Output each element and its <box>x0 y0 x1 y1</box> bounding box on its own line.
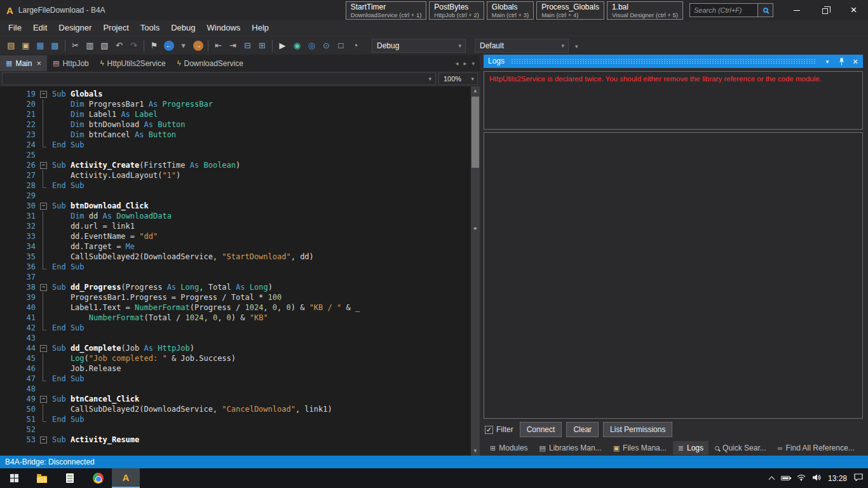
code-line[interactable]: 19Sub Globals <box>0 89 471 99</box>
menu-debug[interactable]: Debug <box>165 20 201 36</box>
code-line[interactable]: 31 Dim dd As DownloadData <box>0 211 471 221</box>
cut-icon[interactable]: ✂ <box>68 38 83 53</box>
line-number[interactable]: 52 <box>0 424 36 435</box>
back-history-dropdown-icon[interactable]: ▾ <box>176 38 191 53</box>
tab-list-dropdown-icon[interactable] <box>471 58 475 67</box>
redo-icon[interactable]: ↷ <box>126 38 141 53</box>
line-number[interactable]: 53 <box>0 435 36 445</box>
new-project-icon[interactable]: ▤ <box>4 38 18 53</box>
line-number[interactable]: 44 <box>0 343 36 353</box>
code-line[interactable]: 32 dd.url = link1 <box>0 221 471 231</box>
code-line[interactable]: 42End Sub <box>0 323 471 333</box>
scroll-tabs-right-icon[interactable] <box>463 58 466 67</box>
code-line[interactable]: 29 <box>0 191 471 201</box>
line-number[interactable]: 36 <box>0 262 36 272</box>
run-icon[interactable]: ▶ <box>275 38 290 53</box>
line-number[interactable]: 21 <box>0 109 36 119</box>
code-line[interactable]: 24End Sub <box>0 140 471 150</box>
menu-file[interactable]: File <box>3 20 27 36</box>
code-line[interactable]: 23 Dim btnCancel As Button <box>0 130 471 140</box>
scroll-up-icon[interactable] <box>471 86 480 95</box>
outdent-icon[interactable]: ⇤ <box>211 38 226 53</box>
line-number[interactable]: 22 <box>0 119 36 130</box>
code-line[interactable]: 21 Dim Label1 As Label <box>0 109 471 119</box>
open-project-icon[interactable]: ▣ <box>18 38 33 53</box>
scrollbar-track[interactable] <box>471 95 480 447</box>
hidden-icons-chevron-icon[interactable] <box>769 476 775 482</box>
line-number[interactable]: 47 <box>0 374 36 384</box>
code-line[interactable]: 38Sub dd_Progress(Progress As Long, Tota… <box>0 282 471 292</box>
uncomment-icon[interactable]: ⊞ <box>255 38 269 53</box>
line-number[interactable]: 34 <box>0 241 36 252</box>
menu-project[interactable]: Project <box>97 20 134 36</box>
line-number[interactable]: 33 <box>0 231 36 241</box>
fold-collapse-icon[interactable] <box>39 160 50 170</box>
line-number[interactable]: 29 <box>0 191 36 201</box>
clear-button[interactable]: Clear <box>566 422 599 437</box>
menu-edit[interactable]: Edit <box>27 20 53 36</box>
tab-main[interactable]: ▦Main <box>0 55 47 71</box>
filter-checkbox[interactable] <box>485 426 493 434</box>
search-button[interactable] <box>757 4 773 17</box>
fold-collapse-icon[interactable] <box>39 343 50 353</box>
editor-vertical-scrollbar[interactable] <box>471 86 480 456</box>
titlebar[interactable]: A LargeFileDownload - B4A StartTimerDown… <box>0 0 868 20</box>
code-line[interactable]: 34 dd.Target = Me <box>0 241 471 252</box>
wireless-bridge-icon[interactable]: ◎ <box>304 38 319 53</box>
line-number[interactable]: 31 <box>0 211 36 221</box>
stop-icon[interactable]: □ <box>334 38 348 53</box>
panel-tab-quick-search[interactable]: Quick Sear... <box>710 441 771 455</box>
line-number[interactable]: 49 <box>0 394 36 404</box>
close-panel-icon[interactable] <box>850 57 860 67</box>
line-number[interactable]: 41 <box>0 313 36 323</box>
build-config-dropdown[interactable]: Debug <box>372 39 466 53</box>
code-line[interactable]: 33 dd.EventName = "dd" <box>0 231 471 241</box>
line-number[interactable]: 23 <box>0 130 36 140</box>
line-number[interactable]: 24 <box>0 140 36 150</box>
navigate-back-icon[interactable]: ← <box>161 38 176 53</box>
code-line[interactable]: 53Sub Activity_Resume <box>0 435 471 445</box>
line-number[interactable]: 37 <box>0 272 36 282</box>
line-number[interactable]: 35 <box>0 252 36 262</box>
code-line[interactable]: 44Sub dd_Complete(Job As HttpJob) <box>0 343 471 353</box>
fold-collapse-icon[interactable] <box>39 89 50 99</box>
panel-tab-files-manager[interactable]: ▣Files Mana... <box>608 441 672 455</box>
line-number[interactable]: 51 <box>0 414 36 424</box>
quick-button-4[interactable]: Process_GlobalsMain (ctrl + 4) <box>536 1 604 20</box>
paste-icon[interactable]: ▧ <box>97 38 112 53</box>
code-line[interactable]: 36End Sub <box>0 262 471 272</box>
line-number[interactable]: 20 <box>0 99 36 109</box>
fold-collapse-icon[interactable] <box>39 201 50 211</box>
timer-icon[interactable]: ◔ <box>348 38 363 53</box>
window-position-icon[interactable] <box>822 57 832 67</box>
panel-tab-modules[interactable]: ⊞Modules <box>485 441 533 455</box>
tab-httpjob[interactable]: ▤HttpJob <box>47 55 95 71</box>
code-line[interactable]: 28End Sub <box>0 180 471 191</box>
line-number[interactable]: 27 <box>0 170 36 180</box>
menu-designer[interactable]: Designer <box>53 20 97 36</box>
code-line[interactable]: 39 ProgressBar1.Progress = Progress / To… <box>0 292 471 302</box>
log-output[interactable] <box>484 132 863 419</box>
minimize-button[interactable] <box>782 0 811 20</box>
code-line[interactable]: 37 <box>0 272 471 282</box>
logs-panel-header[interactable]: Logs <box>484 55 863 68</box>
line-number[interactable]: 26 <box>0 160 36 170</box>
line-number[interactable]: 43 <box>0 333 36 343</box>
close-button[interactable] <box>839 0 868 20</box>
code-line[interactable]: 45 Log("Job completed: " & Job.Success) <box>0 353 471 363</box>
file-explorer-button[interactable] <box>28 468 56 488</box>
line-number[interactable]: 40 <box>0 302 36 313</box>
code-line[interactable]: 46 Job.Release <box>0 363 471 374</box>
code-line[interactable]: 25 <box>0 150 471 160</box>
fold-collapse-icon[interactable] <box>39 435 50 445</box>
code-line[interactable]: 20 Dim ProgressBar1 As ProgressBar <box>0 99 471 109</box>
navigate-forward-icon[interactable]: → <box>191 38 205 53</box>
current-sub-dropdown[interactable] <box>2 72 436 85</box>
indent-icon[interactable]: ⇥ <box>226 38 240 53</box>
panel-tab-libraries-manager[interactable]: ▤Libraries Man... <box>534 441 607 455</box>
build-icon[interactable]: ◉ <box>290 38 304 53</box>
code-line[interactable]: 41 NumberFormat(Total / 1024, 0, 0) & "K… <box>0 313 471 323</box>
line-number[interactable]: 25 <box>0 150 36 160</box>
panel-tab-find-all-references[interactable]: ∞Find All Reference... <box>773 441 860 455</box>
battery-icon[interactable] <box>781 476 790 480</box>
